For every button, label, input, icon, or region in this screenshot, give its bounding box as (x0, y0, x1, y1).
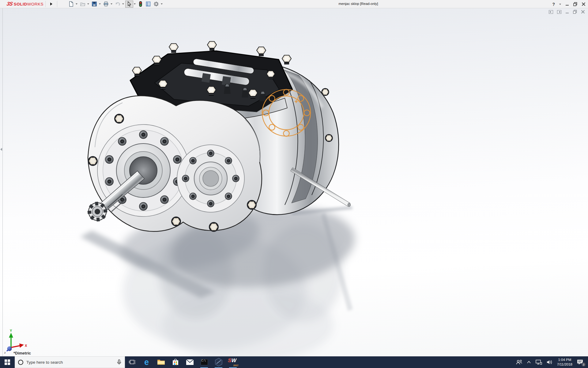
store-icon (172, 358, 179, 366)
hexagon-app-icon (215, 358, 223, 366)
document-window-controls (549, 10, 585, 14)
tray-overflow-button[interactable] (525, 356, 533, 368)
toolbar-separator (45, 1, 46, 7)
taskbar-search[interactable] (15, 356, 125, 368)
notification-badge: 3 (581, 362, 586, 367)
print-dropdown[interactable] (111, 3, 112, 5)
window-title: menjac sklop [Read-only] (318, 2, 398, 6)
display-settings-button[interactable] (144, 1, 152, 8)
print-button[interactable] (102, 1, 110, 8)
undo-dropdown[interactable] (122, 3, 124, 5)
taskbar-item-hexagon-app[interactable] (211, 356, 226, 368)
axis-y-label: Y (10, 329, 12, 332)
microphone-icon[interactable] (117, 359, 122, 365)
solidworks-logo-text-bold: SOLID (14, 2, 27, 6)
toolbar-flyout-button[interactable] (47, 1, 55, 8)
gearbox-assembly-model (0, 8, 588, 356)
search-input[interactable] (26, 360, 114, 365)
cortana-icon (18, 360, 23, 365)
taskbar-item-solidworks[interactable]: SW 2017 (226, 356, 240, 368)
command-prompt-icon: C:\ (201, 359, 208, 365)
edge-icon: e (144, 358, 149, 366)
people-icon (516, 359, 522, 365)
collapse-right-pane-button[interactable] (557, 10, 561, 14)
clock-date: 7/11/2018 (557, 362, 572, 367)
solidworks-logo-mark: 3S (6, 1, 13, 7)
help-dropdown[interactable] (559, 4, 561, 5)
taskbar-item-edge[interactable]: e (139, 356, 154, 368)
mail-icon (186, 359, 194, 365)
doc-restore-button[interactable] (573, 10, 577, 14)
graphics-viewport[interactable]: Y X z *Dimetric (0, 8, 588, 356)
new-document-dropdown[interactable] (76, 3, 77, 5)
options-gear-icon (153, 1, 159, 7)
rebuild-button[interactable] (137, 1, 144, 8)
rebuild-traffic-light-icon (138, 1, 143, 7)
flyout-arrow-icon (50, 2, 52, 6)
task-view-button[interactable] (125, 356, 139, 368)
collapse-left-pane-button[interactable] (549, 10, 553, 14)
speaker-icon (546, 359, 552, 365)
system-tray: 1:04 PM 7/11/2018 3 (514, 356, 588, 368)
print-icon (103, 1, 109, 7)
pane-right-arrow-icon (559, 11, 561, 13)
start-button[interactable] (0, 356, 15, 368)
clock-time: 1:04 PM (557, 358, 572, 362)
new-document-icon (68, 1, 74, 7)
taskbar-item-mail[interactable] (183, 356, 197, 368)
windows-taskbar: e C:\ (0, 356, 588, 368)
open-button[interactable] (79, 1, 87, 8)
solidworks-2017-icon: SW 2017 (228, 358, 238, 366)
taskbar-item-file-explorer[interactable] (154, 356, 168, 368)
axis-z-label: z (4, 351, 6, 354)
windows-logo-icon (5, 359, 10, 365)
doc-minimize-button[interactable] (565, 10, 569, 14)
save-button[interactable] (90, 1, 98, 8)
open-icon (80, 1, 86, 7)
save-dropdown[interactable] (99, 3, 101, 5)
save-icon (91, 1, 97, 7)
network-button[interactable] (533, 356, 544, 368)
options-dropdown[interactable] (161, 3, 163, 5)
select-dropdown[interactable] (134, 3, 136, 5)
pane-left-arrow-icon (549, 11, 551, 13)
title-bar: 3S SOLID WORKS (0, 0, 588, 8)
taskbar-item-store[interactable] (168, 356, 183, 368)
solidworks-logo-text-light: WORKS (27, 2, 44, 6)
solidworks-window: 3S SOLID WORKS (0, 0, 588, 368)
network-icon (535, 359, 542, 365)
doc-close-button[interactable] (581, 10, 585, 14)
display-settings-icon (145, 1, 151, 7)
open-dropdown[interactable] (87, 3, 89, 5)
undo-button[interactable] (114, 1, 122, 8)
output-shaft-boss (177, 145, 244, 212)
minimize-button[interactable] (565, 2, 569, 6)
clock[interactable]: 1:04 PM 7/11/2018 (555, 358, 575, 367)
undo-icon (115, 1, 121, 7)
task-view-icon (129, 359, 136, 365)
taskbar-item-command-prompt[interactable]: C:\ (197, 356, 211, 368)
view-orientation-label: *Dimetric (13, 351, 31, 355)
help-button[interactable]: ? (552, 2, 555, 7)
restore-button[interactable] (573, 2, 577, 6)
file-explorer-icon (157, 359, 165, 366)
select-button[interactable] (125, 1, 133, 8)
select-cursor-icon (126, 1, 132, 7)
volume-button[interactable] (544, 356, 555, 368)
people-button[interactable] (514, 356, 525, 368)
chevron-up-icon (527, 361, 531, 364)
toolbar-separator (57, 1, 57, 7)
options-button[interactable] (152, 1, 160, 8)
action-center-button[interactable]: 3 (575, 356, 586, 368)
close-button[interactable] (582, 2, 586, 6)
new-document-button[interactable] (67, 1, 75, 8)
axis-x-label: X (25, 344, 27, 347)
solidworks-logo: 3S SOLID WORKS (7, 1, 43, 7)
